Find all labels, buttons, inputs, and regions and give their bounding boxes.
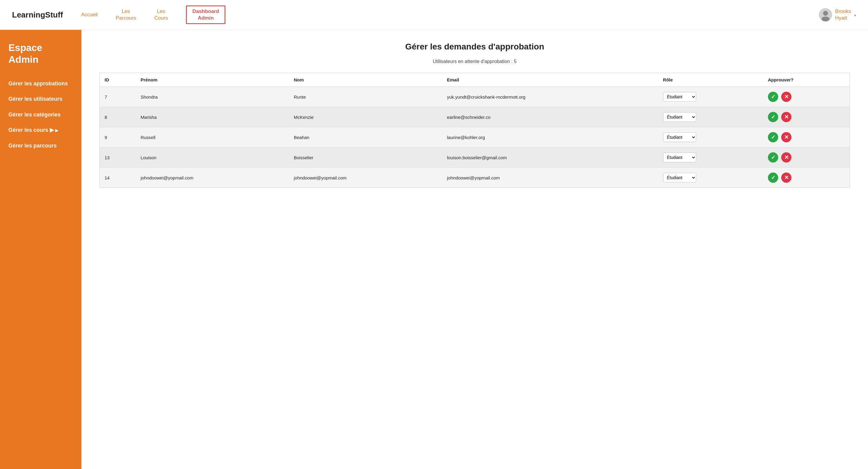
sidebar-item-approvals[interactable]: Gérer les approbations [8, 80, 73, 87]
table-row: 9RussellBeahanlaurine@kohler.orgÉtudiant… [100, 127, 849, 147]
role-select-4[interactable]: ÉtudiantEnseignantAdmin [663, 173, 696, 182]
table-header: IDPrénomNomEmailRôleApprouver? [100, 73, 849, 87]
approvals-table: IDPrénomNomEmailRôleApprouver? 7ShondraR… [100, 73, 849, 187]
header: LearningStuff AccueilLes ParcoursLes Cou… [0, 0, 868, 30]
cell-approve: ✓✕ [763, 147, 849, 168]
cell-id: 8 [100, 107, 135, 127]
cell-role: ÉtudiantEnseignantAdmin [658, 147, 763, 168]
nav-item-les-cours[interactable]: Les Cours [154, 8, 168, 22]
reject-button[interactable]: ✕ [781, 152, 792, 163]
user-name[interactable]: Brooks Hyatt [835, 8, 851, 22]
cell-nom: johndoowei@yopmail.com [289, 168, 442, 188]
cell-email: yuk.yundt@cruickshank-mcdermott.org [442, 87, 658, 107]
approvals-table-wrapper: IDPrénomNomEmailRôleApprouver? 7ShondraR… [99, 73, 850, 188]
approve-button[interactable]: ✓ [768, 173, 778, 183]
user-section: Brooks Hyatt ▾ [819, 8, 856, 22]
reject-button[interactable]: ✕ [781, 132, 792, 142]
col-header-id: ID [100, 73, 135, 87]
cell-role: ÉtudiantEnseignantAdmin [658, 127, 763, 147]
svg-point-1 [823, 11, 828, 16]
reject-button[interactable]: ✕ [781, 173, 792, 183]
col-header-nom: Nom [289, 73, 442, 87]
sidebar-item-courses[interactable]: Gérer les cours ▶ [8, 127, 73, 134]
approve-button[interactable]: ✓ [768, 152, 778, 163]
layout: Espace Admin Gérer les approbationsGérer… [0, 30, 868, 469]
cell-nom: Boisselier [289, 147, 442, 168]
table-row: 8MarishaMcKenzieearline@schneider.coÉtud… [100, 107, 849, 127]
cell-prenom: Shondra [135, 87, 289, 107]
pending-count: Utilisateurs en attente d'approbation : … [99, 59, 850, 64]
table-body: 7ShondraRunteyuk.yundt@cruickshank-mcder… [100, 87, 849, 188]
cell-email: laurine@kohler.org [442, 127, 658, 147]
cell-approve: ✓✕ [763, 107, 849, 127]
reject-button[interactable]: ✕ [781, 92, 792, 102]
cell-id: 7 [100, 87, 135, 107]
sidebar-item-users[interactable]: Gérer les utilisateurs [8, 96, 73, 102]
table-header-row: IDPrénomNomEmailRôleApprouver? [100, 73, 849, 87]
cell-id: 14 [100, 168, 135, 188]
cell-prenom: Marisha [135, 107, 289, 127]
logo[interactable]: LearningStuff [12, 10, 63, 20]
table-row: 14johndoowei@yopmail.comjohndoowei@yopma… [100, 168, 849, 188]
sidebar-item-parcours[interactable]: Gérer les parcours [8, 142, 73, 149]
avatar-icon [819, 8, 832, 22]
reject-button[interactable]: ✕ [781, 112, 792, 122]
svg-point-2 [822, 17, 830, 22]
cell-role: ÉtudiantEnseignantAdmin [658, 107, 763, 127]
sidebar-nav: Gérer les approbationsGérer les utilisat… [8, 80, 73, 149]
role-select-2[interactable]: ÉtudiantEnseignantAdmin [663, 133, 696, 142]
cell-approve: ✓✕ [763, 127, 849, 147]
main-nav: AccueilLes ParcoursLes CoursDashboard Ad… [81, 5, 819, 24]
approve-button[interactable]: ✓ [768, 112, 778, 122]
page-title: Gérer les demandes d'approbation [99, 42, 850, 52]
sidebar-item-categories[interactable]: Gérer les catégories [8, 111, 73, 118]
cell-nom: Runte [289, 87, 442, 107]
cell-email: earline@schneider.co [442, 107, 658, 127]
col-header-approuver-: Approuver? [763, 73, 849, 87]
cell-prenom: Russell [135, 127, 289, 147]
sidebar: Espace Admin Gérer les approbationsGérer… [0, 30, 82, 469]
col-header-email: Email [442, 73, 658, 87]
main-content: Gérer les demandes d'approbation Utilisa… [82, 30, 868, 469]
cell-nom: McKenzie [289, 107, 442, 127]
cell-approve: ✓✕ [763, 87, 849, 107]
cell-nom: Beahan [289, 127, 442, 147]
cell-role: ÉtudiantEnseignantAdmin [658, 87, 763, 107]
cell-prenom: Louison [135, 147, 289, 168]
cell-prenom: johndoowei@yopmail.com [135, 168, 289, 188]
nav-item-les-parcours[interactable]: Les Parcours [116, 8, 136, 22]
cell-email: louison.boisselier@gmail.com [442, 147, 658, 168]
col-header-r-le: Rôle [658, 73, 763, 87]
approve-button[interactable]: ✓ [768, 132, 778, 142]
nav-item-accueil[interactable]: Accueil [81, 11, 98, 18]
role-select-3[interactable]: ÉtudiantEnseignantAdmin [663, 153, 696, 162]
table-row: 13LouisonBoisselierlouison.boisselier@gm… [100, 147, 849, 168]
nav-item-dashboard-admin[interactable]: Dashboard Admin [186, 5, 225, 24]
cell-id: 13 [100, 147, 135, 168]
role-select-0[interactable]: ÉtudiantEnseignantAdmin [663, 92, 696, 101]
sidebar-title: Espace Admin [8, 42, 73, 65]
role-select-1[interactable]: ÉtudiantEnseignantAdmin [663, 112, 696, 122]
approve-button[interactable]: ✓ [768, 92, 778, 102]
table-row: 7ShondraRunteyuk.yundt@cruickshank-mcder… [100, 87, 849, 107]
cell-id: 9 [100, 127, 135, 147]
cell-role: ÉtudiantEnseignantAdmin [658, 168, 763, 188]
cell-approve: ✓✕ [763, 168, 849, 188]
col-header-pr-nom: Prénom [135, 73, 289, 87]
cell-email: johndoowei@yopmail.com [442, 168, 658, 188]
chevron-down-icon[interactable]: ▾ [854, 13, 856, 18]
